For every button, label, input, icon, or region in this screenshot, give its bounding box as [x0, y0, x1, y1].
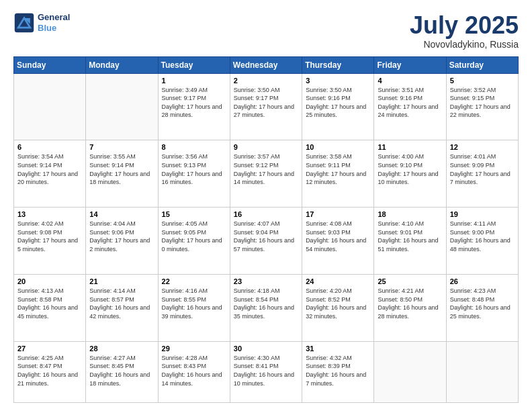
cell-date-number: 26 — [450, 277, 515, 285]
calendar-cell: 8Sunrise: 3:56 AMSunset: 9:13 PMDaylight… — [158, 140, 230, 208]
cell-sun-info: Sunrise: 4:11 AMSunset: 9:00 PMDaylight:… — [450, 220, 515, 253]
cell-sun-info: Sunrise: 3:58 AMSunset: 9:11 PMDaylight:… — [306, 152, 370, 186]
weekday-header-row: Sunday Monday Tuesday Wednesday Thursday… — [14, 56, 519, 73]
calendar-cell: 25Sunrise: 4:21 AMSunset: 8:50 PMDayligh… — [374, 274, 446, 341]
calendar-cell: 24Sunrise: 4:20 AMSunset: 8:52 PMDayligh… — [302, 274, 374, 341]
cell-date-number: 22 — [162, 277, 226, 285]
svg-rect-0 — [15, 13, 34, 32]
logo-text: General Blue — [38, 12, 70, 33]
cell-date-number: 20 — [17, 277, 82, 285]
calendar-table: Sunday Monday Tuesday Wednesday Thursday… — [13, 56, 519, 403]
header-monday: Monday — [86, 56, 158, 73]
cell-date-number: 28 — [89, 345, 154, 353]
cell-date-number: 1 — [162, 77, 226, 85]
calendar-cell: 27Sunrise: 4:25 AMSunset: 8:47 PMDayligh… — [14, 341, 86, 402]
cell-date-number: 13 — [17, 210, 82, 218]
cell-date-number: 12 — [450, 143, 515, 151]
cell-date-number: 30 — [234, 345, 298, 353]
cell-sun-info: Sunrise: 3:55 AMSunset: 9:14 PMDaylight:… — [89, 152, 154, 186]
cell-date-number: 17 — [306, 210, 370, 218]
cell-date-number: 3 — [306, 77, 370, 85]
logo: General Blue — [13, 12, 70, 34]
calendar-cell: 1Sunrise: 3:49 AMSunset: 9:17 PMDaylight… — [158, 73, 230, 140]
header-wednesday: Wednesday — [230, 56, 302, 73]
cell-date-number: 18 — [378, 210, 442, 218]
header-friday: Friday — [374, 56, 446, 73]
calendar-location: Novovladykino, Russia — [410, 39, 519, 50]
cell-date-number: 10 — [306, 143, 370, 151]
calendar-cell: 4Sunrise: 3:51 AMSunset: 9:16 PMDaylight… — [374, 73, 446, 140]
cell-sun-info: Sunrise: 4:05 AMSunset: 9:05 PMDaylight:… — [162, 220, 226, 253]
cell-date-number: 6 — [17, 143, 82, 151]
cell-sun-info: Sunrise: 3:50 AMSunset: 9:16 PMDaylight:… — [306, 86, 370, 120]
cell-sun-info: Sunrise: 4:08 AMSunset: 9:03 PMDaylight:… — [306, 220, 370, 253]
calendar-cell: 15Sunrise: 4:05 AMSunset: 9:05 PMDayligh… — [158, 208, 230, 275]
cell-date-number: 5 — [450, 77, 515, 85]
cell-sun-info: Sunrise: 4:16 AMSunset: 8:55 PMDaylight:… — [162, 287, 226, 320]
calendar-cell: 9Sunrise: 3:57 AMSunset: 9:12 PMDaylight… — [230, 140, 302, 208]
calendar-cell: 29Sunrise: 4:28 AMSunset: 8:43 PMDayligh… — [158, 341, 230, 402]
calendar-cell: 13Sunrise: 4:02 AMSunset: 9:08 PMDayligh… — [14, 208, 86, 275]
calendar-cell: 3Sunrise: 3:50 AMSunset: 9:16 PMDaylight… — [302, 73, 374, 140]
cell-sun-info: Sunrise: 3:51 AMSunset: 9:16 PMDaylight:… — [378, 86, 442, 120]
cell-date-number: 8 — [162, 143, 226, 151]
page: General Blue July 2025 Novovladykino, Ru… — [0, 0, 532, 411]
cell-date-number: 14 — [89, 210, 154, 218]
cell-sun-info: Sunrise: 3:54 AMSunset: 9:14 PMDaylight:… — [17, 152, 82, 186]
cell-date-number: 2 — [234, 77, 298, 85]
header-tuesday: Tuesday — [158, 56, 230, 73]
cell-sun-info: Sunrise: 3:49 AMSunset: 9:17 PMDaylight:… — [162, 86, 226, 120]
cell-sun-info: Sunrise: 4:23 AMSunset: 8:48 PMDaylight:… — [450, 287, 515, 320]
cell-sun-info: Sunrise: 4:21 AMSunset: 8:50 PMDaylight:… — [378, 287, 442, 320]
header-thursday: Thursday — [302, 56, 374, 73]
cell-date-number: 7 — [89, 143, 154, 151]
logo-icon — [13, 12, 35, 34]
calendar-cell: 19Sunrise: 4:11 AMSunset: 9:00 PMDayligh… — [446, 208, 518, 275]
calendar-cell: 30Sunrise: 4:30 AMSunset: 8:41 PMDayligh… — [230, 341, 302, 402]
calendar-cell: 26Sunrise: 4:23 AMSunset: 8:48 PMDayligh… — [446, 274, 518, 341]
cell-date-number: 29 — [162, 345, 226, 353]
cell-date-number: 24 — [306, 277, 370, 285]
cell-date-number: 15 — [162, 210, 226, 218]
cell-sun-info: Sunrise: 4:01 AMSunset: 9:09 PMDaylight:… — [450, 152, 515, 186]
calendar-cell: 23Sunrise: 4:18 AMSunset: 8:54 PMDayligh… — [230, 274, 302, 341]
cell-sun-info: Sunrise: 4:30 AMSunset: 8:41 PMDaylight:… — [234, 354, 298, 387]
calendar-cell: 16Sunrise: 4:07 AMSunset: 9:04 PMDayligh… — [230, 208, 302, 275]
cell-sun-info: Sunrise: 4:07 AMSunset: 9:04 PMDaylight:… — [234, 220, 298, 253]
cell-sun-info: Sunrise: 3:57 AMSunset: 9:12 PMDaylight:… — [234, 152, 298, 186]
cell-sun-info: Sunrise: 4:28 AMSunset: 8:43 PMDaylight:… — [162, 354, 226, 387]
cell-sun-info: Sunrise: 4:10 AMSunset: 9:01 PMDaylight:… — [378, 220, 442, 253]
cell-date-number: 4 — [378, 77, 442, 85]
cell-sun-info: Sunrise: 4:25 AMSunset: 8:47 PMDaylight:… — [17, 354, 82, 387]
calendar-cell: 31Sunrise: 4:32 AMSunset: 8:39 PMDayligh… — [302, 341, 374, 402]
calendar-cell: 12Sunrise: 4:01 AMSunset: 9:09 PMDayligh… — [446, 140, 518, 208]
cell-sun-info: Sunrise: 4:18 AMSunset: 8:54 PMDaylight:… — [234, 287, 298, 320]
cell-sun-info: Sunrise: 3:50 AMSunset: 9:17 PMDaylight:… — [234, 86, 298, 120]
calendar-cell: 11Sunrise: 4:00 AMSunset: 9:10 PMDayligh… — [374, 140, 446, 208]
cell-sun-info: Sunrise: 4:02 AMSunset: 9:08 PMDaylight:… — [17, 220, 82, 253]
cell-date-number: 16 — [234, 210, 298, 218]
calendar-cell: 5Sunrise: 3:52 AMSunset: 9:15 PMDaylight… — [446, 73, 518, 140]
calendar-cell: 6Sunrise: 3:54 AMSunset: 9:14 PMDaylight… — [14, 140, 86, 208]
calendar-cell — [86, 73, 158, 140]
cell-sun-info: Sunrise: 3:56 AMSunset: 9:13 PMDaylight:… — [162, 152, 226, 186]
cell-sun-info: Sunrise: 4:13 AMSunset: 8:58 PMDaylight:… — [17, 287, 82, 320]
cell-sun-info: Sunrise: 4:00 AMSunset: 9:10 PMDaylight:… — [378, 152, 442, 186]
title-area: July 2025 Novovladykino, Russia — [410, 12, 519, 50]
cell-sun-info: Sunrise: 3:52 AMSunset: 9:15 PMDaylight:… — [450, 86, 515, 120]
calendar-cell: 2Sunrise: 3:50 AMSunset: 9:17 PMDaylight… — [230, 73, 302, 140]
calendar-cell: 10Sunrise: 3:58 AMSunset: 9:11 PMDayligh… — [302, 140, 374, 208]
cell-date-number: 27 — [17, 345, 82, 353]
calendar-cell: 7Sunrise: 3:55 AMSunset: 9:14 PMDaylight… — [86, 140, 158, 208]
calendar-cell — [374, 341, 446, 402]
header-saturday: Saturday — [446, 56, 518, 73]
cell-date-number: 9 — [234, 143, 298, 151]
cell-sun-info: Sunrise: 4:32 AMSunset: 8:39 PMDaylight:… — [306, 354, 370, 387]
calendar-cell: 17Sunrise: 4:08 AMSunset: 9:03 PMDayligh… — [302, 208, 374, 275]
header-sunday: Sunday — [14, 56, 86, 73]
calendar-cell — [14, 73, 86, 140]
cell-date-number: 31 — [306, 345, 370, 353]
cell-sun-info: Sunrise: 4:20 AMSunset: 8:52 PMDaylight:… — [306, 287, 370, 320]
cell-date-number: 11 — [378, 143, 442, 151]
calendar-title: July 2025 — [410, 12, 519, 39]
